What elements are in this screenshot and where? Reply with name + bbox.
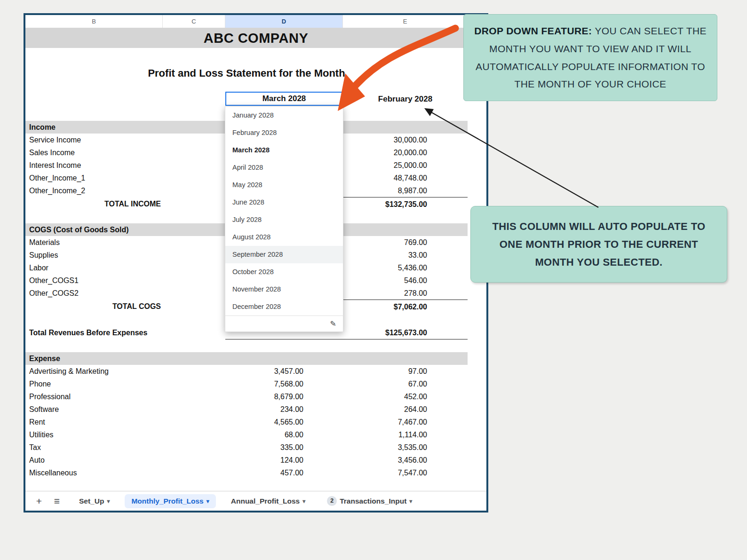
cell-empty[interactable] <box>163 90 225 108</box>
row-label[interactable]: Professional <box>25 390 163 403</box>
cell-c[interactable] <box>163 159 225 172</box>
cell-c[interactable] <box>163 236 225 249</box>
dropdown-option-august[interactable]: August 2028 <box>225 229 343 246</box>
cell-e[interactable]: 67.00 <box>343 378 468 390</box>
row-label[interactable]: Interest Income <box>25 159 163 172</box>
dropdown-option-march[interactable]: March 2028 <box>225 142 343 159</box>
cell-c[interactable] <box>163 134 225 146</box>
cell-e[interactable]: 3,535.00 <box>343 441 468 454</box>
tab-transactions-input[interactable]: 2 Transactions_Input ▾ <box>320 493 419 509</box>
tab-monthly-profit-loss[interactable]: Monthly_Profit_Loss ▾ <box>125 494 215 508</box>
row-label[interactable]: Auto <box>25 454 163 466</box>
add-sheet-icon[interactable]: + <box>32 491 46 511</box>
cell-c[interactable] <box>163 249 225 261</box>
column-header-c[interactable]: C <box>163 15 225 28</box>
row-label[interactable]: Rent <box>25 416 163 428</box>
all-sheets-menu-icon[interactable]: ≡ <box>50 491 64 511</box>
cell-e[interactable]: 3,456.00 <box>343 454 468 466</box>
cell-c[interactable] <box>163 146 225 159</box>
cell-c[interactable] <box>163 197 225 211</box>
dropdown-option-july[interactable]: July 2028 <box>225 211 343 229</box>
cell-e[interactable]: 20,000.00 <box>343 146 468 159</box>
cell-e[interactable]: 546.00 <box>343 274 468 287</box>
row-label[interactable]: Supplies <box>25 249 163 261</box>
row-label[interactable]: Other_Income_2 <box>25 184 163 197</box>
cell-d[interactable]: 124.00 <box>225 454 343 466</box>
cell-e[interactable]: 278.00 <box>343 287 468 300</box>
row-label[interactable]: Miscellaneous <box>25 466 163 479</box>
total-cogs-label[interactable]: TOTAL COGS <box>25 300 163 313</box>
row-label[interactable]: Software <box>25 403 163 416</box>
row-label[interactable]: Other_COGS2 <box>25 287 163 300</box>
row-label[interactable]: Sales Income <box>25 146 163 159</box>
dropdown-option-november[interactable]: November 2028 <box>225 281 343 298</box>
total-cogs-value[interactable]: $7,062.00 <box>343 300 468 313</box>
dropdown-option-may[interactable]: May 2028 <box>225 176 343 194</box>
tab-set-up[interactable]: Set_Up ▾ <box>72 494 116 508</box>
cell-empty[interactable] <box>25 90 163 108</box>
tab-annual-profit-loss[interactable]: Annual_Profit_Loss ▾ <box>224 494 312 508</box>
row-label[interactable]: Materials <box>25 236 163 249</box>
total-income-label[interactable]: TOTAL INCOME <box>25 197 163 211</box>
statement-title[interactable]: Profit and Loss Statement for the Month <box>25 64 468 83</box>
cell-c[interactable] <box>163 287 225 300</box>
column-header-d[interactable]: D <box>225 15 343 28</box>
cell-c[interactable] <box>163 428 225 441</box>
dropdown-option-december[interactable]: December 2028 <box>225 298 343 315</box>
cell-e[interactable]: 5,436.00 <box>343 261 468 274</box>
cell-e[interactable]: 264.00 <box>343 403 468 416</box>
cell-d[interactable]: 457.00 <box>225 466 343 479</box>
dropdown-option-september[interactable]: September 2028 <box>225 246 343 263</box>
column-header-e[interactable]: E <box>343 15 468 28</box>
dropdown-option-april[interactable]: April 2028 <box>225 159 343 176</box>
cell-e[interactable]: 769.00 <box>343 236 468 249</box>
row-label[interactable]: Utilities <box>25 428 163 441</box>
cell-d[interactable]: 7,568.00 <box>225 378 343 390</box>
cell-e[interactable]: 48,748.00 <box>343 172 468 184</box>
total-revenues-label[interactable]: Total Revenues Before Expenses <box>25 326 163 339</box>
column-header-b[interactable]: B <box>25 15 163 28</box>
row-label[interactable]: Phone <box>25 378 163 390</box>
cell-c[interactable] <box>163 466 225 479</box>
cell-e[interactable]: 7,547.00 <box>343 466 468 479</box>
company-title[interactable]: ABC COMPANY <box>25 28 486 48</box>
cell-c[interactable] <box>163 172 225 184</box>
cell-c[interactable] <box>163 378 225 390</box>
cell-c[interactable] <box>163 390 225 403</box>
cell-e[interactable]: 452.00 <box>343 390 468 403</box>
cell-d[interactable]: 234.00 <box>225 403 343 416</box>
cell-e[interactable]: 25,000.00 <box>343 159 468 172</box>
dropdown-option-february[interactable]: February 2028 <box>225 124 343 142</box>
cell-d[interactable]: 68.00 <box>225 428 343 441</box>
row-label[interactable]: Advertising & Marketing <box>25 365 163 378</box>
cell-c[interactable] <box>163 441 225 454</box>
edit-pencil-icon[interactable]: ✎ <box>330 320 336 328</box>
cell-e[interactable]: 97.00 <box>343 365 468 378</box>
row-label[interactable]: Other_COGS1 <box>25 274 163 287</box>
cell-d[interactable]: 335.00 <box>225 441 343 454</box>
cell-e[interactable]: 33.00 <box>343 249 468 261</box>
dropdown-option-january[interactable]: January 2028 <box>225 107 343 124</box>
cell-e[interactable]: 30,000.00 <box>343 134 468 146</box>
row-label[interactable]: Tax <box>25 441 163 454</box>
cell-d[interactable]: 8,679.00 <box>225 390 343 403</box>
cell-c[interactable] <box>163 416 225 428</box>
cell-c[interactable] <box>163 403 225 416</box>
total-revenues-value[interactable]: $125,673.00 <box>343 326 468 339</box>
expense-section-header[interactable]: Expense <box>25 352 468 365</box>
cell-d[interactable]: 3,457.00 <box>225 365 343 378</box>
cell-e[interactable]: 1,114.00 <box>343 428 468 441</box>
row-label[interactable]: Other_Income_1 <box>25 172 163 184</box>
dropdown-option-october[interactable]: October 2028 <box>225 263 343 281</box>
month-dropdown-button[interactable]: March 2028 <box>225 92 343 106</box>
cell-c[interactable] <box>163 300 225 313</box>
cell-c[interactable] <box>163 274 225 287</box>
prior-month-header[interactable]: February 2028 <box>343 90 468 108</box>
row-label[interactable]: Labor <box>25 261 163 274</box>
row-label[interactable]: Service Income <box>25 134 163 146</box>
cell-e[interactable]: 7,467.00 <box>343 416 468 428</box>
dropdown-option-june[interactable]: June 2028 <box>225 194 343 211</box>
cell-e[interactable]: 8,987.00 <box>343 184 468 197</box>
cell-c[interactable] <box>163 326 225 339</box>
cell-d[interactable]: 4,565.00 <box>225 416 343 428</box>
